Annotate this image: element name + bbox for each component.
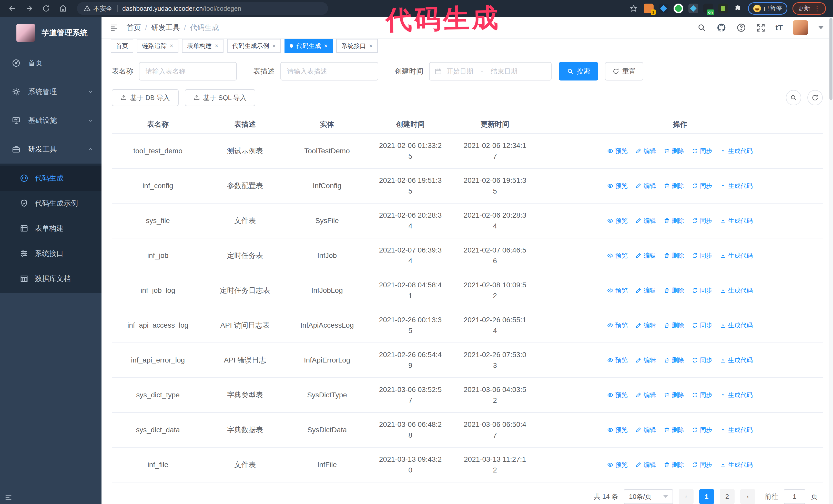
- address-bar[interactable]: 不安全 dashboard.yudao.iocoder.cn/tool/code…: [77, 2, 328, 15]
- bookmark-star-icon[interactable]: [628, 3, 639, 14]
- extension-icon-grid[interactable]: [688, 4, 698, 13]
- import-sql-button[interactable]: 基于 SQL 导入: [185, 89, 256, 106]
- generate-code-link[interactable]: 生成代码: [720, 356, 753, 364]
- delete-link[interactable]: 删除: [664, 461, 684, 469]
- preview-link[interactable]: 预览: [607, 426, 628, 434]
- sidebar-item-db-doc[interactable]: 数据库文档: [0, 266, 101, 291]
- extension-icon-switch[interactable]: on: [703, 4, 713, 13]
- sync-link[interactable]: 同步: [692, 426, 712, 434]
- generate-code-link[interactable]: 生成代码: [720, 251, 753, 260]
- delete-link[interactable]: 删除: [664, 147, 684, 155]
- github-icon[interactable]: [717, 23, 727, 32]
- font-size-icon[interactable]: tT: [776, 23, 783, 32]
- sync-link[interactable]: 同步: [692, 461, 712, 469]
- generate-code-link[interactable]: 生成代码: [720, 182, 753, 190]
- delete-link[interactable]: 删除: [664, 391, 684, 399]
- sidebar-item-system-api[interactable]: 系统接口: [0, 241, 101, 266]
- date-range-picker[interactable]: 开始日期 - 结束日期: [429, 62, 552, 80]
- breadcrumb-home[interactable]: 首页: [127, 23, 141, 32]
- extension-icon-green-check[interactable]: [673, 4, 683, 13]
- breadcrumb-dev-tools[interactable]: 研发工具: [151, 23, 180, 32]
- edit-link[interactable]: 编辑: [635, 461, 656, 469]
- preview-link[interactable]: 预览: [607, 217, 628, 225]
- goto-page-input[interactable]: [784, 489, 805, 504]
- tab-codegen[interactable]: 代码生成×: [285, 39, 333, 53]
- delete-link[interactable]: 删除: [664, 426, 684, 434]
- delete-link[interactable]: 删除: [664, 182, 684, 190]
- edit-link[interactable]: 编辑: [635, 356, 656, 364]
- extension-icon-orange[interactable]: 1: [644, 4, 653, 13]
- sidebar-item-infrastructure[interactable]: 基础设施: [0, 106, 101, 135]
- extensions-puzzle-icon[interactable]: [733, 4, 743, 13]
- paused-extension-pill[interactable]: 已暂停: [748, 2, 787, 15]
- table-desc-input[interactable]: [280, 62, 378, 80]
- next-page-button[interactable]: ›: [740, 489, 755, 504]
- preview-link[interactable]: 预览: [607, 286, 628, 294]
- delete-link[interactable]: 删除: [664, 356, 684, 364]
- help-icon[interactable]: [737, 23, 746, 32]
- sync-link[interactable]: 同步: [692, 356, 712, 364]
- sync-link[interactable]: 同步: [692, 182, 712, 190]
- generate-code-link[interactable]: 生成代码: [720, 217, 753, 225]
- refresh-table-button[interactable]: [807, 90, 823, 105]
- edit-link[interactable]: 编辑: [635, 182, 656, 190]
- close-icon[interactable]: ×: [369, 42, 373, 49]
- close-icon[interactable]: ×: [215, 42, 218, 49]
- browser-scrollbar[interactable]: [829, 17, 833, 504]
- date-end-placeholder[interactable]: 结束日期: [491, 67, 518, 76]
- edit-link[interactable]: 编辑: [635, 321, 656, 330]
- preview-link[interactable]: 预览: [607, 251, 628, 260]
- extension-icon-green-bot[interactable]: [718, 4, 728, 13]
- sync-link[interactable]: 同步: [692, 286, 712, 294]
- sidebar-item-home[interactable]: 首页: [0, 49, 101, 77]
- tab-form-builder[interactable]: 表单构建×: [182, 39, 223, 53]
- page-button-1[interactable]: 1: [699, 489, 714, 504]
- browser-menu-dots-icon[interactable]: ⋮: [814, 5, 820, 13]
- preview-link[interactable]: 预览: [607, 321, 628, 330]
- reset-button[interactable]: 重置: [605, 62, 643, 80]
- browser-update-button[interactable]: 更新 ⋮: [792, 2, 826, 15]
- delete-link[interactable]: 删除: [664, 321, 684, 330]
- page-url[interactable]: dashboard.yudao.iocoder.cn/tool/codegen: [122, 5, 241, 12]
- edit-link[interactable]: 编辑: [635, 147, 656, 155]
- table-name-input[interactable]: [139, 62, 237, 80]
- sync-link[interactable]: 同步: [692, 391, 712, 399]
- tab-system-api[interactable]: 系统接口×: [336, 39, 378, 53]
- close-icon[interactable]: ×: [170, 42, 173, 49]
- browser-back-icon[interactable]: [7, 3, 18, 14]
- sync-link[interactable]: 同步: [692, 217, 712, 225]
- sync-link[interactable]: 同步: [692, 321, 712, 330]
- delete-link[interactable]: 删除: [664, 217, 684, 225]
- sidebar-item-codegen[interactable]: 代码生成: [0, 166, 101, 191]
- sidebar-collapse-icon[interactable]: [5, 494, 12, 501]
- sync-link[interactable]: 同步: [692, 147, 712, 155]
- fullscreen-icon[interactable]: [756, 23, 765, 32]
- search-button[interactable]: 搜索: [559, 62, 598, 80]
- browser-forward-icon[interactable]: [24, 3, 34, 14]
- extension-icon-blue-gem[interactable]: [659, 4, 668, 13]
- generate-code-link[interactable]: 生成代码: [720, 391, 753, 399]
- import-db-button[interactable]: 基于 DB 导入: [112, 89, 178, 106]
- preview-link[interactable]: 预览: [607, 182, 628, 190]
- edit-link[interactable]: 编辑: [635, 391, 656, 399]
- preview-link[interactable]: 预览: [607, 461, 628, 469]
- user-menu-caret-icon[interactable]: [818, 26, 824, 29]
- toggle-search-button[interactable]: [786, 90, 801, 105]
- generate-code-link[interactable]: 生成代码: [720, 426, 753, 434]
- sidebar-item-form-builder[interactable]: 表单构建: [0, 216, 101, 241]
- security-label[interactable]: 不安全: [93, 4, 113, 13]
- generate-code-link[interactable]: 生成代码: [720, 147, 753, 155]
- generate-code-link[interactable]: 生成代码: [720, 461, 753, 469]
- scrollbar-thumb[interactable]: [829, 18, 832, 100]
- browser-home-icon[interactable]: [58, 3, 68, 14]
- edit-link[interactable]: 编辑: [635, 217, 656, 225]
- hamburger-icon[interactable]: [109, 23, 118, 32]
- date-start-placeholder[interactable]: 开始日期: [447, 67, 473, 76]
- page-button-2[interactable]: 2: [720, 489, 735, 504]
- preview-link[interactable]: 预览: [607, 391, 628, 399]
- tab-home[interactable]: 首页: [111, 39, 133, 53]
- page-size-select[interactable]: 10条/页: [624, 489, 673, 504]
- sidebar-item-dev-tools[interactable]: 研发工具: [0, 135, 101, 164]
- delete-link[interactable]: 删除: [664, 286, 684, 294]
- prev-page-button[interactable]: ‹: [679, 489, 694, 504]
